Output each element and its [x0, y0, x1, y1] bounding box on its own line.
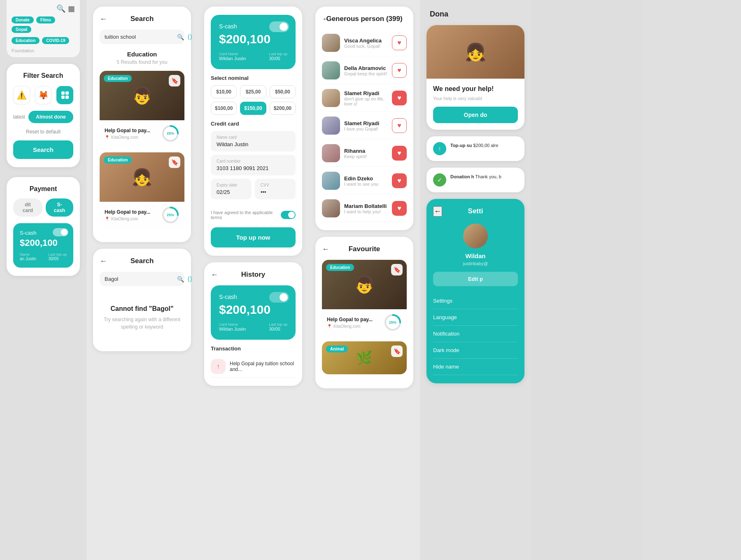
- search-screen-bottom: ← Search 🔍 ⟨⟩ Cannot find "Bagol" Try se…: [93, 249, 191, 351]
- filter-status-latest: latest: [13, 114, 25, 120]
- filter-adjust-icon-bottom[interactable]: ⟨⟩: [187, 275, 192, 283]
- nominal-100[interactable]: $100,00: [211, 102, 237, 115]
- search-input-bottom[interactable]: [105, 276, 174, 282]
- nominal-10[interactable]: $10,00: [211, 85, 237, 98]
- person-item-6: Mariam Bollatelli I want to help you! ♥: [322, 195, 407, 222]
- settings-back-button[interactable]: ←: [433, 206, 442, 217]
- notif-card-1: ↑ Top-up su $200,00 alre: [426, 136, 524, 161]
- fav-campaign-2[interactable]: 🌿 Animal 🔖: [322, 341, 407, 374]
- filter-search-button[interactable]: Search: [13, 140, 73, 159]
- generous-back-button[interactable]: ←: [322, 15, 329, 23]
- payment-option-card[interactable]: dit card: [13, 198, 42, 217]
- person-avatar-6: [322, 199, 340, 217]
- card-number-field: Card number 3103 1180 9091 2021: [211, 155, 296, 175]
- campaign-card-1[interactable]: 👦 Education 🔖 Help Gopal to pay... 📍 Kit…: [100, 71, 184, 147]
- almost-done-button[interactable]: Almost done: [28, 111, 73, 123]
- filter-adjust-icon[interactable]: ⟨⟩: [187, 33, 192, 41]
- search-bottom-title: Search: [130, 257, 154, 265]
- search-bottom-back-button[interactable]: ←: [100, 257, 107, 266]
- heart-button-6[interactable]: ♥: [392, 201, 407, 216]
- cvv-value: •••: [261, 189, 290, 195]
- foundation-label: Foundation: [12, 48, 75, 53]
- notif-text-1: $200,00 alre: [473, 143, 498, 148]
- heart-button-3[interactable]: ♥: [392, 118, 407, 133]
- settings-screen: ← Setti Wildan justinbaby@ Edit p Settin…: [426, 199, 524, 383]
- person-avatar-0: [322, 34, 340, 52]
- heart-button-1[interactable]: ♥: [392, 63, 407, 78]
- cannot-find-section: Cannot find "Bagol" Try searching again …: [100, 293, 184, 343]
- nominal-150[interactable]: $150,00: [240, 102, 266, 115]
- progress-label-2: 25%: [167, 213, 174, 217]
- filter-icon-warning[interactable]: ⚠️: [13, 86, 30, 104]
- settings-item-hidename[interactable]: Hide name: [433, 359, 518, 375]
- payment-title: Payment: [13, 185, 73, 193]
- heart-button-2[interactable]: ♥: [392, 91, 407, 105]
- fav-title: Favourite: [349, 245, 380, 253]
- fav-back-button[interactable]: ←: [322, 245, 329, 254]
- person-item-3: Slamet Riyadi I love you Gopal! ♥: [322, 112, 407, 139]
- campaign-bookmark-2[interactable]: 🔖: [169, 156, 180, 168]
- nominal-50[interactable]: $50,00: [270, 85, 296, 98]
- person-avatar-3: [322, 117, 340, 135]
- campaign-card-2[interactable]: 👧 Education 🔖 Help Gopal to pay... 📍 Kit…: [100, 152, 184, 228]
- history-screen: ← History S-cash $200,100 Card Name Wild…: [204, 262, 302, 386]
- top-tag-films[interactable]: Films: [36, 16, 55, 23]
- scash-toggle[interactable]: [53, 228, 68, 236]
- payment-option-scash[interactable]: S-cash: [46, 198, 73, 217]
- person-name-1: Della Abramovic: [344, 65, 388, 71]
- heart-button-4[interactable]: ♥: [392, 146, 407, 161]
- person-avatar-2: [322, 89, 340, 107]
- person-avatar-1: [322, 61, 340, 79]
- nominal-200[interactable]: $200,00: [270, 102, 296, 115]
- history-title: History: [241, 271, 266, 279]
- nominal-25[interactable]: $25,00: [240, 85, 266, 98]
- search-back-button[interactable]: ←: [100, 15, 107, 23]
- search-top-title: Search: [130, 15, 154, 23]
- person-avatar-5: [322, 172, 340, 190]
- history-scash-toggle[interactable]: [269, 292, 289, 303]
- campaign-source-1: 📍 KitaOleng.com: [105, 135, 150, 140]
- top-tag-gopal[interactable]: Gopal: [12, 26, 31, 33]
- search-screen-top: ← Search 🔍 ⟨⟩ Education 5 Results found …: [93, 7, 191, 242]
- settings-item-language[interactable]: Language: [433, 309, 518, 326]
- campaign-name-1: Help Gopal to pay...: [105, 128, 150, 133]
- notif-highlight-1: Top-up su: [450, 143, 472, 148]
- settings-item-notification[interactable]: Notification: [433, 326, 518, 342]
- fav-campaign-source-1: 📍 KitaOleng.com: [327, 324, 373, 329]
- scash-big-toggle[interactable]: [269, 21, 289, 32]
- settings-name: Wildan: [433, 252, 518, 259]
- fav-campaign-bookmark-1[interactable]: 🔖: [391, 264, 403, 275]
- expiry-value: 02/25: [217, 189, 246, 195]
- top-tag-education[interactable]: Education: [12, 37, 40, 44]
- transaction-item-1: ↑ Help Gopal pay tuition school and...: [211, 356, 296, 378]
- campaign-name-2: Help Gopal to pay...: [105, 209, 150, 215]
- person-name-2: Slamet Riyadi: [344, 90, 388, 96]
- person-msg-5: I want to see you: [344, 182, 388, 187]
- topup-button[interactable]: Top up now: [211, 227, 296, 247]
- filter-icon-grid[interactable]: [56, 86, 73, 104]
- heart-button-0[interactable]: ♥: [392, 35, 407, 50]
- person-msg-3: I love you Gopal!: [344, 126, 388, 131]
- generous-person-screen: ← Generous person (399) Visca Angelica G…: [315, 7, 413, 230]
- open-donate-button[interactable]: Open do: [433, 107, 518, 123]
- agree-toggle[interactable]: [281, 211, 296, 219]
- reset-link[interactable]: Reset to default: [13, 129, 73, 135]
- fav-campaign-1[interactable]: 👦 Education 🔖 Help Gopal to pay... 📍 Kit…: [322, 260, 407, 336]
- edit-profile-button[interactable]: Edit p: [433, 272, 518, 286]
- person-name-6: Mariam Bollatelli: [344, 203, 388, 209]
- campaign-bookmark-1[interactable]: 🔖: [169, 75, 180, 86]
- search-input-top[interactable]: [105, 34, 174, 40]
- top-tag-covid[interactable]: COVID-19: [42, 37, 69, 44]
- heart-button-5[interactable]: ♥: [392, 173, 407, 188]
- payment-scash-mini: S-cash $200,100 Name an Justin Last top …: [13, 223, 73, 268]
- settings-item-settings[interactable]: Settings: [433, 293, 518, 309]
- filter-icon-fox[interactable]: 🦊: [35, 86, 52, 104]
- person-item-0: Visca Angelica Good luck, Gopal! ♥: [322, 30, 407, 56]
- scash-mini-name: an Justin: [20, 257, 36, 261]
- transaction-title: Transaction: [211, 345, 296, 352]
- favourite-screen: ← Favourite 👦 Education 🔖 Help Gopal to …: [315, 237, 413, 388]
- settings-item-darkmode[interactable]: Dark mode: [433, 342, 518, 359]
- fav-campaign-bookmark-2[interactable]: 🔖: [391, 345, 403, 357]
- top-tag-donate[interactable]: Donate: [12, 16, 34, 23]
- history-back-button[interactable]: ←: [211, 271, 218, 279]
